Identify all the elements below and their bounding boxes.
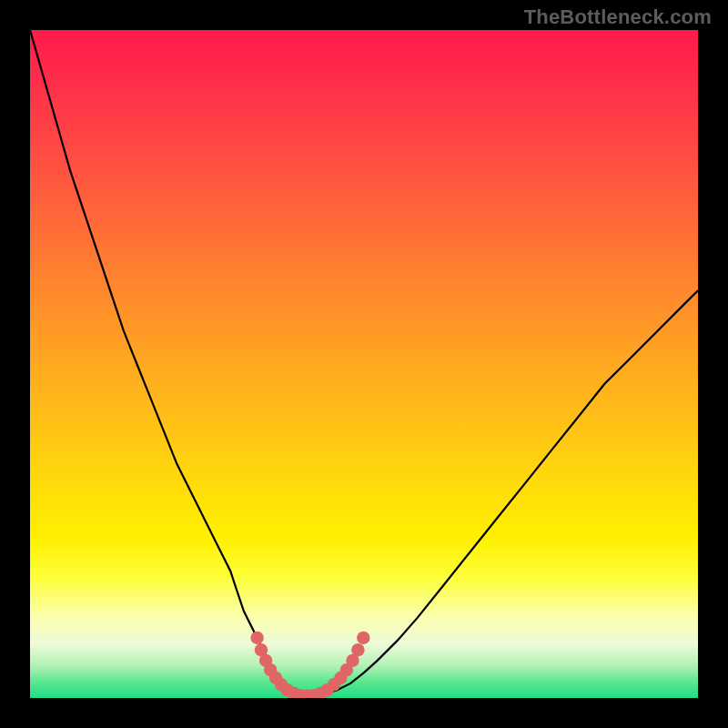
highlight-dot [351, 643, 364, 656]
highlight-dot [357, 632, 369, 644]
watermark-text: TheBottleneck.com [524, 5, 712, 29]
bottleneck-curve [30, 30, 698, 697]
plot-area [30, 30, 698, 698]
chart-frame: TheBottleneck.com [0, 0, 728, 728]
highlight-dots [250, 632, 369, 698]
highlight-dot [250, 632, 263, 644]
curve-layer [30, 30, 698, 698]
